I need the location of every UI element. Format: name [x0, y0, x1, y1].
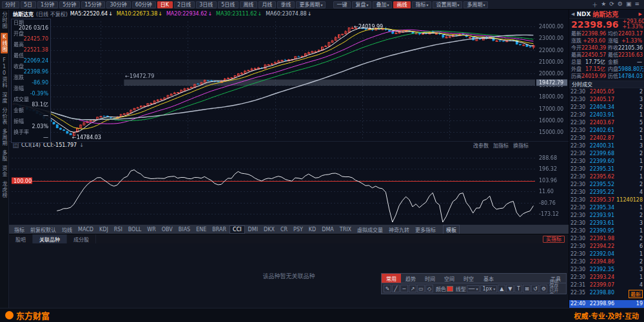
- chart-tool-button[interactable]: 一键: [333, 1, 351, 8]
- draw-tab[interactable]: 趋势: [401, 274, 420, 283]
- tape-row[interactable]: 22:30 22392.04 1: [569, 251, 644, 258]
- sidebar-item[interactable]: 多周期: [1, 129, 8, 146]
- eastmoney-logo[interactable]: 东方财富: [5, 309, 50, 321]
- period-button[interactable]: 更多周期▾: [296, 1, 326, 8]
- indicator-tab[interactable]: MACD: [75, 226, 96, 233]
- tape-row[interactable]: 22:30 22405.17 3: [569, 96, 644, 104]
- indicator-tab[interactable]: WR: [144, 226, 158, 233]
- cci-header-link[interactable]: 改参数: [473, 142, 489, 149]
- period-button[interactable]: 月线: [259, 1, 276, 8]
- draw-action-icon[interactable]: ↺: [531, 285, 539, 292]
- period-button[interactable]: 周线: [240, 1, 257, 8]
- tape-row[interactable]: 22:30 22400.31 3: [569, 142, 644, 150]
- topbar-icon[interactable]: ＋: [592, 1, 598, 9]
- draw-tab[interactable]: 时空: [459, 274, 478, 283]
- period-button[interactable]: 60分钟: [132, 1, 156, 8]
- tape-row[interactable]: 22:30 22391.98 2: [569, 235, 644, 243]
- topbar-icon[interactable]: ▣: [626, 1, 632, 9]
- draw-tab[interactable]: 空间: [440, 274, 459, 283]
- indicator-tab[interactable]: 指标: [12, 225, 27, 234]
- period-button[interactable]: 5分钟: [59, 1, 80, 8]
- draw-action-icon[interactable]: T: [514, 285, 522, 292]
- draw-action-icon[interactable]: ⊠: [523, 285, 531, 292]
- indicator-tab[interactable]: OBV: [159, 226, 175, 233]
- indicator-tab[interactable]: DMA: [319, 226, 337, 233]
- indicator-tab[interactable]: PSY: [291, 226, 306, 233]
- indicator-tab[interactable]: DMI: [246, 226, 260, 233]
- draw-tool-icon[interactable]: ─: [400, 285, 408, 292]
- period-button[interactable]: 30分钟: [106, 1, 130, 8]
- prev-symbol-icon[interactable]: ◀: [571, 12, 574, 17]
- tape-row[interactable]: 22:30 22395.37 11240128: [569, 196, 644, 204]
- tape-row[interactable]: 22:30 22390.95 1: [569, 227, 644, 235]
- draw-tool-icon[interactable]: ✎: [384, 285, 391, 292]
- tape-row[interactable]: 22:30 22395.22 4: [569, 189, 644, 196]
- period-button[interactable]: 日K: [157, 1, 173, 8]
- tape-row[interactable]: 22:30 22404.34 2: [569, 104, 644, 111]
- period-button[interactable]: 3日线: [196, 1, 217, 8]
- draw-tool-icon[interactable]: ↗: [409, 285, 416, 292]
- period-button[interactable]: 分时: [2, 1, 19, 8]
- tape-row[interactable]: 22:30 22395.52 2: [569, 181, 644, 189]
- chart-tool-button[interactable]: 叠加▾: [373, 1, 392, 8]
- draw-action-icon[interactable]: ⚙: [540, 285, 547, 292]
- tape-row[interactable]: 22:30 22395.34 1: [569, 204, 644, 212]
- tape-row[interactable]: 22:30 22403.67 5: [569, 119, 644, 127]
- tape-row[interactable]: 22:30 22395.31 7: [569, 166, 644, 173]
- tape-row[interactable]: 22:30 22393.24 1: [569, 274, 644, 281]
- line-style-select[interactable]: ──: [467, 285, 480, 292]
- indicator-tab[interactable]: BOLL: [126, 226, 144, 233]
- sidebar-item[interactable]: 分价表: [1, 108, 8, 125]
- sidebar-item[interactable]: 资金: [1, 166, 8, 177]
- kline-canvas[interactable]: [9, 17, 569, 141]
- draw-tab[interactable]: 时间: [420, 274, 440, 283]
- color-swatch[interactable]: [447, 286, 453, 292]
- topbar-icon[interactable]: ⚙: [618, 1, 623, 9]
- tape-row[interactable]: 22:30 22395.62 1: [569, 173, 644, 181]
- draw-tool-icon[interactable]: ╱: [392, 285, 400, 292]
- draw-tool-icon[interactable]: ◇: [425, 285, 433, 292]
- chart-tool-button[interactable]: 设置周期▾: [433, 1, 462, 8]
- chart-tool-button[interactable]: 复盘▾: [352, 1, 371, 8]
- bottom-tab[interactable]: 成分股: [67, 234, 96, 243]
- indicator-tab[interactable]: BRAR: [210, 226, 229, 233]
- chart-tool-button[interactable]: 指标▾: [412, 1, 431, 8]
- sidebar-item[interactable]: 龙虎榜: [1, 181, 8, 198]
- draw-tab[interactable]: 常用: [382, 274, 401, 283]
- indicator-tab[interactable]: 前复权默认: [28, 225, 59, 234]
- topbar-icon[interactable]: ⟳: [609, 1, 614, 9]
- indicator-tab[interactable]: DKX: [261, 226, 277, 233]
- indicator-tab[interactable]: TRIX: [337, 226, 354, 233]
- next-symbol-icon[interactable]: ▶: [639, 12, 642, 17]
- sidebar-item[interactable]: 分时图: [1, 12, 8, 29]
- tape-row[interactable]: 22:30 22402.61 2: [569, 127, 644, 135]
- tape-row[interactable]: 22:30 22405.05 2: [569, 88, 644, 96]
- period-button[interactable]: 2日线: [174, 1, 195, 8]
- indicator-window-icon[interactable]: ◫: [13, 142, 19, 148]
- indicator-tab[interactable]: 神奇九转: [386, 225, 412, 234]
- tape-row[interactable]: 22:30 22402.87 1: [569, 135, 644, 142]
- tape-row[interactable]: 22:30 22393.91 2: [569, 212, 644, 220]
- sidebar-item[interactable]: 多股: [1, 150, 8, 162]
- indicator-tab[interactable]: 虚拟成交量: [355, 225, 385, 234]
- topbar-icon[interactable]: ≡: [634, 1, 639, 9]
- indicator-tab[interactable]: 均线: [59, 225, 75, 234]
- tape-row[interactable]: 22:40 22398.96 19: [569, 300, 644, 308]
- chart-tool-button[interactable]: 多周期▾: [463, 1, 488, 8]
- bottom-tab[interactable]: 股吧: [9, 234, 33, 243]
- indicator-tab[interactable]: KDJ: [97, 226, 111, 233]
- period-button[interactable]: 季线: [277, 1, 295, 8]
- bottom-tab[interactable]: 关联品种: [33, 234, 67, 243]
- line-width-select[interactable]: 1px: [480, 285, 497, 292]
- draw-action-icon[interactable]: ▼: [506, 285, 514, 292]
- cci-canvas[interactable]: [9, 149, 569, 225]
- indicator-tab[interactable]: CCI: [229, 225, 245, 234]
- tape-row[interactable]: 22:31 22399.07 4: [569, 281, 644, 289]
- draw-tool-icon[interactable]: ▭: [417, 285, 425, 292]
- indicator-tab[interactable]: 更多指标: [413, 225, 438, 234]
- tape-row[interactable]: 22:30 22394.22 6: [569, 243, 644, 251]
- sidebar-item[interactable]: 深度: [1, 92, 8, 104]
- tape-row[interactable]: 22:30 22399.60 1: [569, 158, 644, 166]
- indicator-tab[interactable]: 模板: [443, 225, 460, 234]
- period-button[interactable]: 5日线: [218, 1, 239, 8]
